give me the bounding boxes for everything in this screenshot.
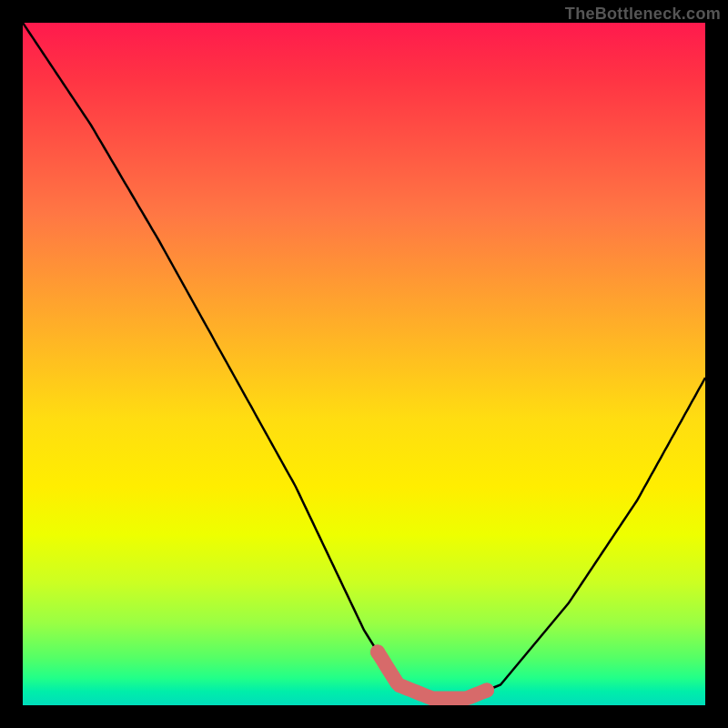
watermark-text: TheBottleneck.com	[565, 5, 721, 24]
chart-svg	[23, 23, 705, 705]
highlight-dot-start	[370, 645, 385, 660]
chart-container: TheBottleneck.com	[0, 0, 728, 728]
plot-area	[23, 23, 705, 705]
bottleneck-curve-path	[23, 23, 705, 699]
highlight-segment	[378, 652, 487, 699]
highlight-dot-end	[480, 683, 494, 698]
